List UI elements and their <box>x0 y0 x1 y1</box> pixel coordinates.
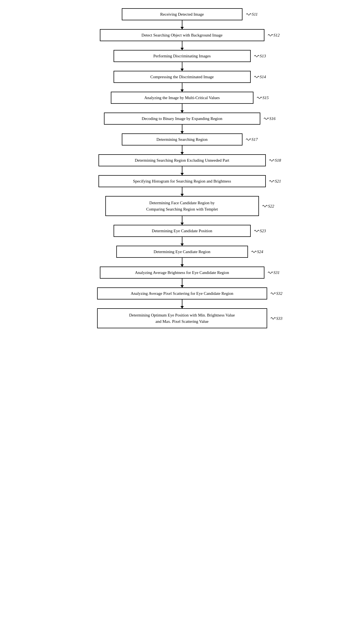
step-box-s11: Receiving Detected ImageS11 <box>122 8 242 20</box>
flow-arrow <box>182 125 182 133</box>
step-label-s12: S12 <box>267 33 280 38</box>
step-label-s17: S17 <box>246 137 258 142</box>
step-box-s23: Determining Eye Candidate PositionS23 <box>114 225 251 237</box>
step-label-text: S16 <box>269 116 276 121</box>
step-label-s13: S13 <box>254 54 266 58</box>
step-text: Determining Searching Region <box>156 137 208 142</box>
step-s21: Specifying Histogram for Searching Regio… <box>86 175 278 187</box>
step-label-s33: S33 <box>270 315 283 321</box>
step-text: Determining Face Candidate Region by Com… <box>146 200 218 212</box>
step-s33: Determining Optimum Eye Position with Mi… <box>86 308 278 328</box>
step-text: Determining Optimum Eye Position with Mi… <box>129 312 235 324</box>
flow-arrow <box>182 187 182 196</box>
step-text: Performing Discriminating Images <box>153 54 211 58</box>
step-box-s31: Analyzing Average Brightness for Eye Can… <box>100 267 264 279</box>
step-label-s24: S24 <box>251 250 263 254</box>
step-text: Compressing the Discriminated Image <box>150 75 214 79</box>
step-label-text: S23 <box>260 229 266 233</box>
squiggle-icon <box>263 116 269 121</box>
flow-arrow <box>182 62 182 71</box>
step-label-text: S12 <box>273 33 280 38</box>
squiggle-icon <box>270 291 276 296</box>
step-text: Detect Searching Object with Background … <box>142 33 222 38</box>
step-box-s18: Determining Searching Region Excluding U… <box>98 154 266 166</box>
step-label-s21: S21 <box>269 179 281 184</box>
step-text: Analyzing the Image by Multi-Critical Va… <box>144 96 220 100</box>
step-box-s22: Determining Face Candidate Region by Com… <box>105 196 259 216</box>
flow-arrow <box>182 83 182 92</box>
step-label-text: S15 <box>263 96 269 100</box>
step-box-s17: Determining Searching RegionS17 <box>122 133 242 145</box>
step-box-s14: Compressing the Discriminated ImageS14 <box>114 71 251 83</box>
flow-arrow <box>182 299 182 308</box>
step-label-text: S18 <box>275 158 281 163</box>
step-s16: Decoding to Binary Image by Expanding Re… <box>86 113 278 125</box>
step-box-s13: Performing Discriminating ImagesS13 <box>114 50 251 62</box>
step-s31: Analyzing Average Brightness for Eye Can… <box>86 267 278 279</box>
flow-arrow <box>182 237 182 246</box>
step-label-text: S24 <box>257 250 263 254</box>
step-text: Specifying Histogram for Searching Regio… <box>133 179 231 184</box>
step-label-s31: S31 <box>267 270 280 275</box>
flow-arrow <box>182 104 182 113</box>
step-label-s16: S16 <box>263 116 276 121</box>
flow-arrow <box>182 20 182 29</box>
step-s14: Compressing the Discriminated ImageS14 <box>86 71 278 83</box>
step-label-s32: S32 <box>270 291 283 296</box>
step-label-text: S11 <box>252 12 258 17</box>
squiggle-icon <box>254 75 259 79</box>
step-box-s12: Detect Searching Object with Background … <box>100 29 264 41</box>
flow-arrow <box>182 41 182 50</box>
step-s32: Analyzing Average Pixel Scattering for E… <box>86 287 278 299</box>
squiggle-icon <box>262 204 267 208</box>
step-label-s15: S15 <box>256 96 269 100</box>
step-label-text: S13 <box>260 54 266 58</box>
squiggle-icon <box>269 179 274 183</box>
step-s11: Receiving Detected ImageS11 <box>86 8 278 20</box>
step-label-s22: S22 <box>262 203 274 209</box>
flow-arrow <box>182 216 182 225</box>
step-box-s24: Determining Eye Candiate RegionS24 <box>116 246 248 258</box>
step-label-s23: S23 <box>254 229 266 233</box>
flow-arrow <box>182 166 182 175</box>
step-s12: Detect Searching Object with Background … <box>86 29 278 41</box>
step-s15: Analyzing the Image by Multi-Critical Va… <box>86 92 278 104</box>
step-label-text: S33 <box>276 315 283 321</box>
flow-arrow <box>182 145 182 154</box>
step-s23: Determining Eye Candidate PositionS23 <box>86 225 278 237</box>
squiggle-icon <box>246 12 251 16</box>
step-text: Decoding to Binary Image by Expanding Re… <box>142 116 222 121</box>
flow-arrow <box>182 279 182 287</box>
step-box-s32: Analyzing Average Pixel Scattering for E… <box>97 287 267 299</box>
step-s22: Determining Face Candidate Region by Com… <box>86 196 278 216</box>
flowchart: Receiving Detected ImageS11Detect Search… <box>86 8 278 328</box>
step-box-s33: Determining Optimum Eye Position with Mi… <box>97 308 267 328</box>
squiggle-icon <box>254 54 259 58</box>
step-label-text: S31 <box>273 270 280 275</box>
step-label-text: S22 <box>268 203 274 209</box>
step-label-s11: S11 <box>246 12 258 17</box>
squiggle-icon <box>254 229 259 233</box>
squiggle-icon <box>267 270 273 275</box>
step-box-s16: Decoding to Binary Image by Expanding Re… <box>104 113 260 125</box>
step-text: Determining Eye Candidate Position <box>152 229 212 233</box>
squiggle-icon <box>267 33 273 37</box>
step-text: Analyzing Average Pixel Scattering for E… <box>131 291 233 296</box>
step-s13: Performing Discriminating ImagesS13 <box>86 50 278 62</box>
step-box-s21: Specifying Histogram for Searching Regio… <box>98 175 266 187</box>
step-text: Determining Eye Candiate Region <box>154 250 210 254</box>
flow-arrow <box>182 258 182 267</box>
step-text: Analyzing Average Brightness for Eye Can… <box>135 270 229 275</box>
step-s18: Determining Searching Region Excluding U… <box>86 154 278 166</box>
squiggle-icon <box>270 316 276 321</box>
step-label-text: S21 <box>275 179 281 184</box>
step-s17: Determining Searching RegionS17 <box>86 133 278 145</box>
squiggle-icon <box>256 96 262 100</box>
step-text: Receiving Detected Image <box>160 12 204 17</box>
step-text: Determining Searching Region Excluding U… <box>135 158 229 163</box>
squiggle-icon <box>251 250 256 254</box>
step-label-text: S32 <box>276 291 283 296</box>
step-label-s14: S14 <box>254 75 266 79</box>
squiggle-icon <box>269 158 274 163</box>
step-s24: Determining Eye Candiate RegionS24 <box>86 246 278 258</box>
